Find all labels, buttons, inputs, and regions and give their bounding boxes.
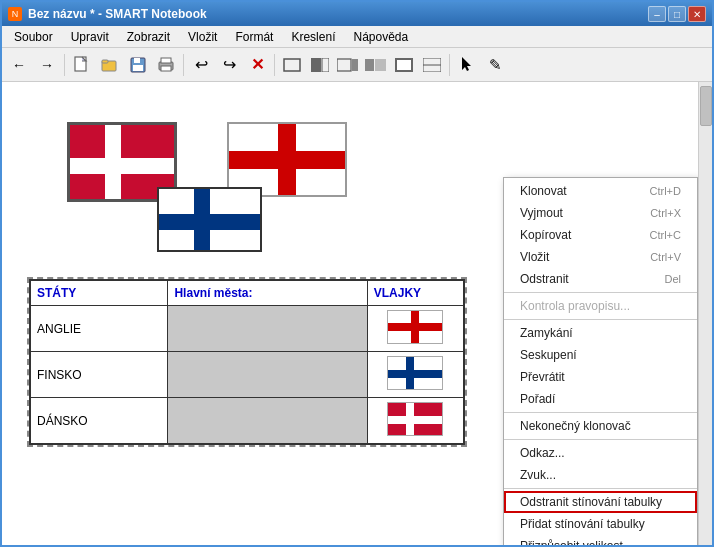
cm-prevratit[interactable]: Převrátit (504, 366, 697, 388)
cm-seskupeni-label: Seskupení (520, 348, 577, 362)
cell-finsko: FINSKO (31, 352, 168, 398)
undo-button[interactable]: ↩ (188, 52, 214, 78)
back-button[interactable]: ← (6, 52, 32, 78)
cm-zamykani[interactable]: Zamykání (504, 322, 697, 344)
cm-poradi[interactable]: Pořadí (504, 388, 697, 410)
toolbar-separator-4 (449, 54, 450, 76)
svg-rect-8 (161, 66, 171, 71)
svg-rect-9 (284, 59, 300, 71)
view-btn-6[interactable] (419, 52, 445, 78)
window-controls: – □ ✕ (648, 6, 706, 22)
menu-vlozit[interactable]: Vložit (180, 28, 225, 46)
cm-zvuk-label: Zvuk... (520, 468, 556, 482)
cm-sep-3 (504, 412, 697, 413)
menu-zobrazit[interactable]: Zobrazit (119, 28, 178, 46)
english-flag-large (227, 122, 347, 197)
mini-finnish-flag (387, 356, 443, 390)
cm-vlozit[interactable]: Vložit Ctrl+V (504, 246, 697, 268)
new-page-button[interactable] (69, 52, 95, 78)
data-table: STÁTY Hlavní města: VLAJKY ANGLIE (30, 280, 464, 444)
menu-kresleni[interactable]: Kreslení (283, 28, 343, 46)
table-inner: STÁTY Hlavní města: VLAJKY ANGLIE (29, 279, 465, 445)
cm-klonovat[interactable]: Klonovat Ctrl+D (504, 180, 697, 202)
header-capitals: Hlavní města: (168, 281, 367, 306)
cm-prizpusobit[interactable]: Přizpůsobit velikost (504, 535, 697, 545)
view-btn-4[interactable] (363, 52, 389, 78)
cm-kopirovat[interactable]: Kopírovat Ctrl+C (504, 224, 697, 246)
cm-zvuk[interactable]: Zvuk... (504, 464, 697, 486)
forward-button[interactable]: → (34, 52, 60, 78)
svg-rect-15 (375, 59, 386, 71)
app-icon: N (8, 7, 22, 21)
canvas-table[interactable]: STÁTY Hlavní města: VLAJKY ANGLIE (27, 277, 467, 447)
maximize-button[interactable]: □ (668, 6, 686, 22)
cm-odstranit-label: Odstranit (520, 272, 569, 286)
cell-anglie-capital (168, 306, 367, 352)
print-button[interactable] (153, 52, 179, 78)
svg-rect-10 (311, 58, 321, 72)
view-btn-1[interactable] (279, 52, 305, 78)
table-header-row: STÁTY Hlavní města: VLAJKY (31, 281, 464, 306)
main-area: STÁTY Hlavní města: VLAJKY ANGLIE (2, 82, 712, 545)
header-flags: VLAJKY (367, 281, 463, 306)
pen-button[interactable]: ✎ (482, 52, 508, 78)
cm-odstranit[interactable]: Odstranit Del (504, 268, 697, 290)
cm-pridat-stiny[interactable]: Přidat stínování tabulky (504, 513, 697, 535)
window-title: Bez názvu * - SMART Notebook (28, 7, 207, 21)
svg-rect-14 (365, 59, 374, 71)
canvas-scrollbar[interactable] (698, 82, 712, 545)
cm-odstranit-shortcut: Del (664, 273, 681, 285)
header-states: STÁTY (31, 281, 168, 306)
cm-sep-5 (504, 488, 697, 489)
table-row: FINSKO (31, 352, 464, 398)
cell-anglie: ANGLIE (31, 306, 168, 352)
cm-nekonecny[interactable]: Nekonečný klonovač (504, 415, 697, 437)
menu-format[interactable]: Formát (227, 28, 281, 46)
cm-zamykani-label: Zamykání (520, 326, 573, 340)
cell-anglie-flag (367, 306, 463, 352)
svg-rect-11 (322, 58, 329, 72)
menu-napoveda[interactable]: Nápověda (345, 28, 416, 46)
redo-button[interactable]: ↪ (216, 52, 242, 78)
scroll-thumb[interactable] (700, 86, 712, 126)
view-btn-3[interactable] (335, 52, 361, 78)
save-button[interactable] (125, 52, 151, 78)
cm-prizpusobit-label: Přizpůsobit velikost (520, 539, 623, 545)
svg-rect-7 (161, 58, 171, 63)
menu-upravit[interactable]: Upravit (63, 28, 117, 46)
canvas-area[interactable]: STÁTY Hlavní města: VLAJKY ANGLIE (2, 82, 698, 545)
cm-pridat-stiny-label: Přidat stínování tabulky (520, 517, 645, 531)
cm-vyjmout[interactable]: Vyjmout Ctrl+X (504, 202, 697, 224)
cm-prevratit-label: Převrátit (520, 370, 565, 384)
cm-odkaz[interactable]: Odkaz... (504, 442, 697, 464)
mini-danish-flag (387, 402, 443, 436)
open-button[interactable] (97, 52, 123, 78)
menu-soubor[interactable]: Soubor (6, 28, 61, 46)
cm-seskupeni[interactable]: Seskupení (504, 344, 697, 366)
view-btn-2[interactable] (307, 52, 333, 78)
svg-rect-13 (352, 59, 358, 71)
title-bar-left: N Bez názvu * - SMART Notebook (8, 7, 207, 21)
minimize-button[interactable]: – (648, 6, 666, 22)
cell-dansko: DÁNSKO (31, 398, 168, 444)
toolbar-separator-1 (64, 54, 65, 76)
cell-finsko-flag (367, 352, 463, 398)
cm-vyjmout-label: Vyjmout (520, 206, 563, 220)
cm-kontrola: Kontrola pravopisu... (504, 295, 697, 317)
cm-poradi-label: Pořadí (520, 392, 555, 406)
close-button[interactable]: ✕ (688, 6, 706, 22)
cm-odstranit-stiny[interactable]: Odstranit stínování tabulky (504, 491, 697, 513)
toolbar-separator-3 (274, 54, 275, 76)
svg-rect-4 (134, 58, 140, 63)
delete-button[interactable]: ✕ (244, 52, 270, 78)
cm-kopirovat-shortcut: Ctrl+C (650, 229, 681, 241)
menu-bar: Soubor Upravit Zobrazit Vložit Formát Kr… (2, 26, 712, 48)
app-window: N Bez názvu * - SMART Notebook – □ ✕ Sou… (0, 0, 714, 547)
cursor-button[interactable] (454, 52, 480, 78)
cell-dansko-flag (367, 398, 463, 444)
context-menu: Klonovat Ctrl+D Vyjmout Ctrl+X Kopírovat… (503, 177, 698, 545)
cm-vlozit-shortcut: Ctrl+V (650, 251, 681, 263)
view-btn-5[interactable] (391, 52, 417, 78)
svg-marker-20 (462, 57, 471, 71)
cm-klonovat-label: Klonovat (520, 184, 567, 198)
